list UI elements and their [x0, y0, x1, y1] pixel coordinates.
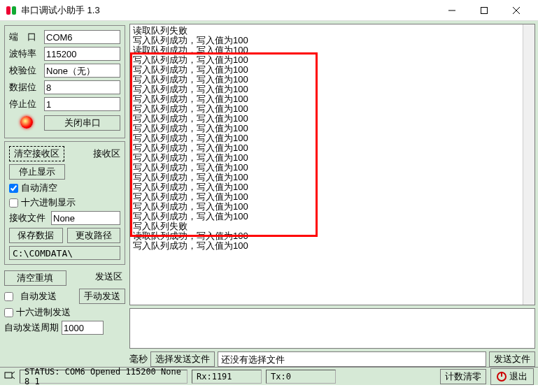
recv-file-select[interactable]: None — [51, 211, 120, 225]
recv-line: 写入队列成功，写入值为100 — [133, 143, 532, 153]
recv-line: 写入队列成功，写入值为100 — [133, 85, 532, 94]
recv-line: 写入队列成功，写入值为100 — [133, 124, 532, 133]
baud-label: 波特率 — [9, 48, 44, 60]
databits-select[interactable]: 8 — [44, 80, 120, 94]
recv-line: 写入队列成功，写入值为100 — [133, 182, 532, 192]
main-area: 读取队列失败写入队列成功，写入值为100读取队列成功，写入值为100写入队列成功… — [129, 21, 538, 367]
recv-line: 写入队列成功，写入值为100 — [133, 65, 532, 75]
auto-send-checkbox[interactable] — [4, 292, 13, 301]
recv-line: 写入队列成功，写入值为100 — [133, 192, 532, 202]
recv-line: 读取队列成功，写入值为100 — [133, 45, 532, 55]
exit-label: 退出 — [509, 370, 528, 383]
manual-send-button[interactable]: 手动发送 — [79, 289, 125, 304]
svg-rect-6 — [5, 372, 12, 378]
recv-area-label: 接收区 — [69, 147, 120, 160]
recv-line: 写入队列成功，写入值为100 — [133, 212, 532, 222]
recv-line: 写入队列成功，写入值为100 — [133, 75, 532, 85]
statusbar: STATUS: COM6 Opened 115200 None 8 1 Rx:1… — [0, 367, 538, 385]
recv-line: 写入队列成功，写入值为100 — [133, 55, 532, 65]
recv-line: 写入队列成功，写入值为100 — [133, 153, 532, 163]
recv-line: 写入队列成功，写入值为100 — [133, 202, 532, 212]
recv-line: 写入队列成功，写入值为100 — [133, 36, 532, 45]
ms-label: 毫秒 — [129, 353, 148, 365]
titlebar: 串口调试小助手 1.3 — [0, 0, 538, 21]
send-file-path: 还没有选择文件 — [218, 351, 486, 367]
parity-label: 校验位 — [9, 64, 44, 77]
recv-line: 写入队列成功，写入值为100 — [133, 104, 532, 114]
databits-label: 数据位 — [9, 81, 44, 94]
recv-line: 写入队列成功，写入值为100 — [133, 114, 532, 124]
close-button[interactable] — [500, 0, 532, 21]
hex-display-checkbox[interactable] — [9, 198, 18, 208]
recv-line: 写入队列成功，写入值为100 — [133, 163, 532, 173]
app-icon — [6, 5, 17, 16]
recv-line: 写入队列成功，写入值为100 — [133, 94, 532, 104]
exit-button[interactable]: 退出 — [490, 368, 534, 385]
save-data-button[interactable]: 保存数据 — [9, 228, 63, 243]
recv-line: 写入队列成功，写入值为100 — [133, 173, 532, 182]
clear-count-button[interactable]: 计数清零 — [440, 369, 486, 384]
rx-counter: Rx:1191 — [192, 370, 262, 384]
recv-line: 写入队列成功，写入值为100 — [133, 133, 532, 143]
receive-textarea[interactable]: 读取队列失败写入队列成功，写入值为100读取队列成功，写入值为100写入队列成功… — [129, 24, 535, 305]
recv-line: 写入队列失败 — [133, 222, 532, 231]
svg-rect-0 — [6, 6, 10, 15]
auto-clear-label: 自动清空 — [21, 182, 57, 194]
hex-send-label: 十六进制发送 — [16, 306, 71, 319]
status-text: STATUS: COM6 Opened 115200 None 8 1 — [20, 370, 187, 384]
select-send-file-button[interactable]: 选择发送文件 — [150, 351, 215, 367]
connection-indicator-icon — [20, 116, 33, 129]
auto-period-label: 自动发送周期 — [4, 321, 59, 334]
auto-period-input[interactable] — [62, 321, 104, 335]
port-select[interactable]: COM6 — [44, 30, 120, 44]
auto-clear-checkbox[interactable] — [9, 184, 18, 193]
clear-fill-button[interactable]: 清空重填 — [4, 270, 66, 286]
send-area-label: 发送区 — [71, 270, 126, 286]
port-label: 端 口 — [9, 31, 44, 43]
hex-send-checkbox[interactable] — [4, 308, 13, 317]
parity-select[interactable]: None（无） — [44, 64, 120, 78]
svg-line-7 — [12, 372, 15, 374]
close-port-button[interactable]: 关闭串口 — [44, 115, 120, 131]
stopbits-select[interactable]: 1 — [44, 97, 120, 111]
minimize-button[interactable] — [436, 0, 468, 21]
tx-counter: Tx:0 — [266, 370, 336, 384]
clear-recv-button[interactable]: 清空接收区 — [9, 146, 64, 161]
recv-control-group: 清空接收区 接收区 停止显示 自动清空 十六进制显示 接收文件 None 保存数… — [4, 141, 125, 265]
stopbits-label: 停止位 — [9, 98, 44, 110]
save-path-display: C:\COMDATA\ — [9, 246, 120, 260]
recv-line: 写入队列成功，写入值为100 — [133, 241, 532, 251]
maximize-button[interactable] — [468, 0, 500, 21]
baud-select[interactable]: 115200 — [44, 47, 120, 61]
port-status-icon — [4, 370, 15, 382]
hex-display-label: 十六进制显示 — [21, 196, 76, 209]
window-title: 串口调试小助手 1.3 — [21, 4, 436, 17]
svg-rect-3 — [481, 7, 488, 13]
recv-line: 读取队列成功，写入值为100 — [133, 231, 532, 241]
auto-send-label: 自动发送 — [20, 290, 57, 303]
port-settings-group: 端 口 COM6 波特率 115200 校验位 None（无） 数据位 8 停止… — [4, 25, 125, 138]
send-file-button[interactable]: 发送文件 — [489, 351, 535, 367]
recv-line: 读取队列失败 — [133, 26, 532, 36]
power-icon — [497, 372, 507, 382]
svg-rect-1 — [12, 6, 16, 15]
change-path-button[interactable]: 更改路径 — [67, 228, 121, 243]
stop-display-button[interactable]: 停止显示 — [9, 164, 65, 180]
recv-file-label: 接收文件 — [9, 212, 51, 224]
send-textarea[interactable] — [129, 308, 535, 349]
scrollbar[interactable] — [523, 24, 535, 305]
sidebar: 端 口 COM6 波特率 115200 校验位 None（无） 数据位 8 停止… — [0, 21, 129, 367]
svg-line-8 — [12, 377, 15, 379]
send-control-group: 清空重填 发送区 自动发送 手动发送 十六进制发送 自动发送周期 — [4, 268, 125, 337]
